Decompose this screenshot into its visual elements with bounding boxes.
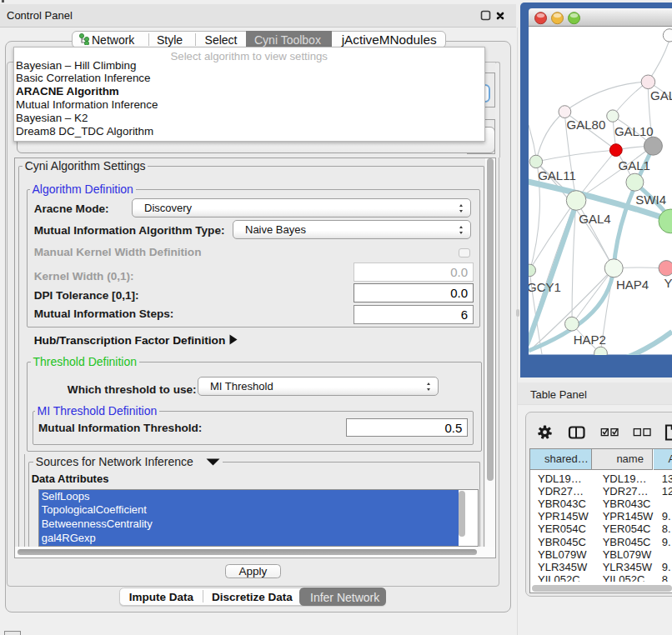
svg-text:GAL1: GAL1 <box>619 158 650 172</box>
svg-text:SWI4: SWI4 <box>635 192 666 207</box>
svg-text:YJ: YJ <box>664 276 672 290</box>
svg-text:GCY1: GCY1 <box>529 280 561 294</box>
svg-text:GAL11: GAL11 <box>538 168 576 182</box>
svg-text:GAL10: GAL10 <box>614 124 654 138</box>
svg-text:GAL4: GAL4 <box>579 212 610 226</box>
svg-text:HAP4: HAP4 <box>616 278 649 292</box>
svg-text:GAL7: GAL7 <box>650 88 672 102</box>
svg-text:HAP2: HAP2 <box>574 332 606 347</box>
svg-text:GAL80: GAL80 <box>567 118 606 132</box>
